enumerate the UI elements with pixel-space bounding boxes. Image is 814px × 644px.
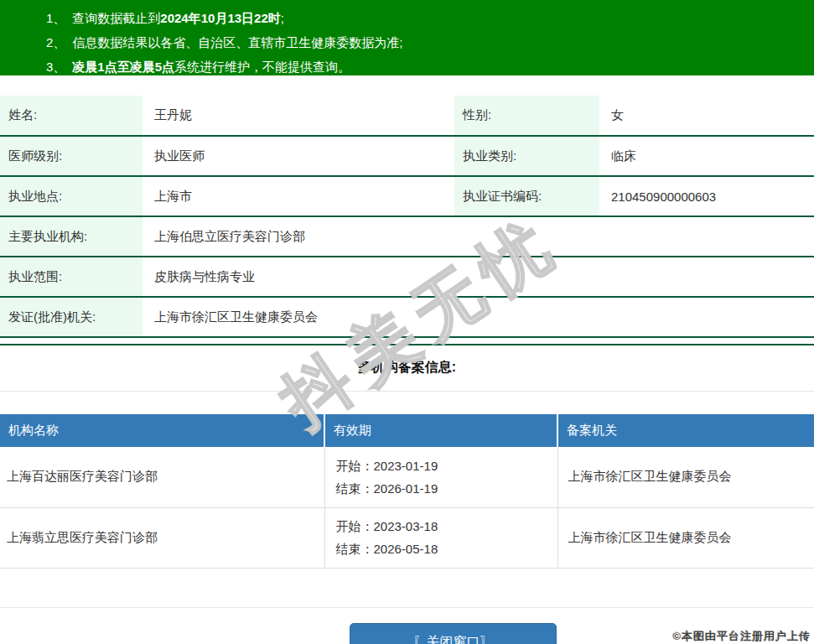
cell-filing-authority: 上海市徐汇区卫生健康委员会 xyxy=(557,507,814,568)
cell-validity: 开始：2023-03-18 结束：2026-05-18 xyxy=(324,507,557,568)
field-label-gender: 性别: xyxy=(454,96,599,136)
field-value-doctor-level: 执业医师 xyxy=(143,136,454,176)
column-header-validity: 有效期 xyxy=(324,414,557,447)
notice-text-bold: 2024年10月13日22时 xyxy=(160,11,280,25)
field-value-practice-category: 临床 xyxy=(599,136,814,176)
field-value-name: 王丹妮 xyxy=(143,96,454,136)
table-row: 执业范围: 皮肤病与性病专业 xyxy=(0,257,814,297)
notice-text: 系统进行维护，不能提供查询。 xyxy=(174,60,350,74)
field-value-issuing-authority: 上海市徐汇区卫生健康委员会 xyxy=(143,297,814,337)
field-label-practice-scope: 执业范围: xyxy=(0,257,143,297)
notice-text: 查询数据截止到 xyxy=(72,11,160,25)
field-value-practice-scope: 皮肤病与性病专业 xyxy=(143,257,814,297)
close-window-button[interactable]: 〖关闭窗口〗 xyxy=(350,623,557,644)
validity-end: 结束：2026-01-19 xyxy=(336,477,557,500)
notice-text-bold: 凌晨1点至凌晨5点 xyxy=(72,60,174,74)
field-label-name: 姓名: xyxy=(0,96,143,136)
notice-banner: 1、查询数据截止到2024年10月13日22时; 2、信息数据结果以各省、自治区… xyxy=(0,0,814,75)
table-header-row: 机构名称 有效期 备案机关 xyxy=(0,414,814,447)
column-header-org-name: 机构名称 xyxy=(0,414,324,447)
table-row: 医师级别: 执业医师 执业类别: 临床 xyxy=(0,136,814,176)
table-row: 发证(批准)机关: 上海市徐汇区卫生健康委员会 xyxy=(0,297,814,337)
doctor-info-table: 姓名: 王丹妮 性别: 女 医师级别: 执业医师 执业类别: 临床 执业地点: … xyxy=(0,96,814,338)
notice-text: 信息数据结果以各省、自治区、直辖市卫生健康委数据为准; xyxy=(72,35,402,49)
notice-text: ; xyxy=(281,11,284,25)
notice-number: 2、 xyxy=(46,35,65,49)
validity-start: 开始：2023-03-18 xyxy=(336,515,557,538)
notice-line: 1、查询数据截止到2024年10月13日22时; xyxy=(46,6,814,30)
field-value-main-institution: 上海伯思立医疗美容门诊部 xyxy=(143,216,814,257)
cell-org-name: 上海百达丽医疗美容门诊部 xyxy=(0,447,324,507)
cell-org-name: 上海翡立思医疗美容门诊部 xyxy=(0,507,324,568)
field-label-issuing-authority: 发证(批准)机关: xyxy=(0,297,143,337)
field-value-gender: 女 xyxy=(599,96,814,136)
validity-end: 结束：2026-05-18 xyxy=(336,538,557,560)
field-label-practice-location: 执业地点: xyxy=(0,176,143,216)
table-row: 主要执业机构: 上海伯思立医疗美容门诊部 xyxy=(0,216,814,257)
table-row: 执业地点: 上海市 执业证书编码: 210450900000603 xyxy=(0,176,814,216)
filing-records-table: 机构名称 有效期 备案机关 上海百达丽医疗美容门诊部 开始：2023-01-19… xyxy=(0,414,814,569)
section-title-multi-org-filing: 多机构备案信息: xyxy=(0,344,814,392)
cell-validity: 开始：2023-01-19 结束：2026-01-19 xyxy=(324,447,557,507)
field-value-practice-location: 上海市 xyxy=(143,176,454,216)
notice-number: 3、 xyxy=(46,60,65,74)
field-label-main-institution: 主要执业机构: xyxy=(0,216,143,257)
table-row: 上海百达丽医疗美容门诊部 开始：2023-01-19 结束：2026-01-19… xyxy=(0,447,814,507)
notice-number: 1、 xyxy=(46,11,65,25)
notice-line: 2、信息数据结果以各省、自治区、直辖市卫生健康委数据为准; xyxy=(46,30,814,55)
cell-filing-authority: 上海市徐汇区卫生健康委员会 xyxy=(557,447,814,507)
field-label-certificate-number: 执业证书编码: xyxy=(454,176,599,216)
validity-start: 开始：2023-01-19 xyxy=(336,454,557,477)
field-label-practice-category: 执业类别: xyxy=(454,136,599,176)
table-row: 上海翡立思医疗美容门诊部 开始：2023-03-18 结束：2026-05-18… xyxy=(0,507,814,568)
table-row: 姓名: 王丹妮 性别: 女 xyxy=(0,96,814,136)
copyright-stamp: ©本图由平台注册用户上传 xyxy=(672,629,811,644)
field-label-doctor-level: 医师级别: xyxy=(0,136,143,176)
footer-divider xyxy=(0,607,814,608)
notice-line: 3、凌晨1点至凌晨5点系统进行维护，不能提供查询。 xyxy=(46,55,814,79)
column-header-filing-authority: 备案机关 xyxy=(557,414,814,447)
field-value-certificate-number: 210450900000603 xyxy=(599,176,814,216)
